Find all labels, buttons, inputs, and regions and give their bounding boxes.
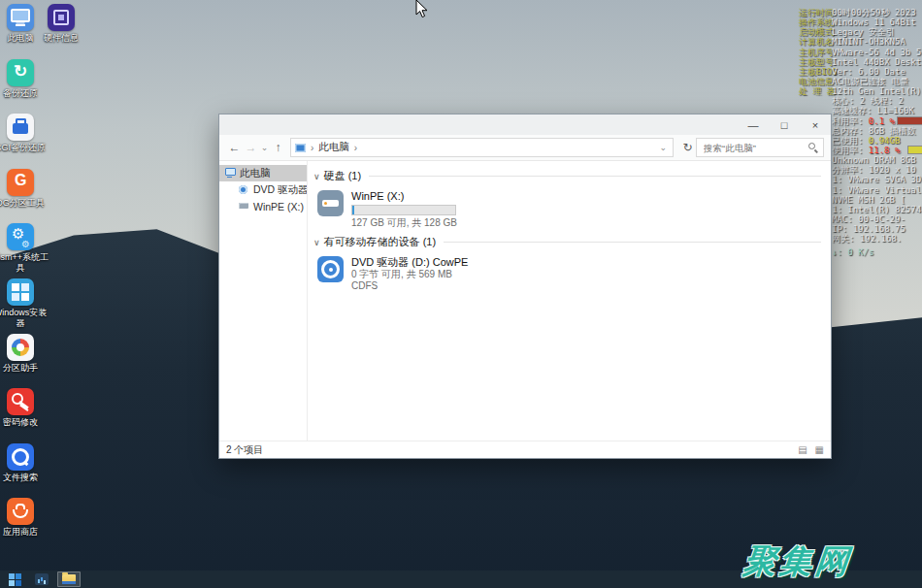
chevron-down-icon[interactable]: ∨ xyxy=(313,172,320,181)
desktop-icon[interactable]: Windows安装器 xyxy=(0,278,41,329)
thumbnail-view-icon[interactable]: ▦ xyxy=(815,444,824,455)
cpu-chip-icon xyxy=(48,4,75,31)
desktop-icon[interactable]: 备份还原 xyxy=(0,59,41,99)
details-view-icon[interactable]: ▤ xyxy=(798,444,807,455)
windows-flag-icon xyxy=(7,278,34,306)
desktop-icon-label: 硬件信息 xyxy=(33,33,89,44)
this-pc-icon xyxy=(295,144,306,152)
drive-filesystem: CDFS xyxy=(351,280,468,292)
search-icon xyxy=(808,143,818,152)
address-dropdown-chevron[interactable]: ⌄ xyxy=(659,143,667,152)
navigation-pane: 此电脑DVD 驱动器 (D:) CWinPE (X:) xyxy=(219,161,308,441)
navigation-toolbar: ← → ⌄ ↑ › 此电脑 › ⌄ ↻ xyxy=(219,135,831,161)
back-button[interactable]: ← xyxy=(226,141,243,154)
sysinfo-line: 计算机名MININT-OH3KN5A xyxy=(799,37,922,47)
start-button[interactable] xyxy=(3,572,26,587)
desktop: 此电脑硬件信息备份还原CGI备份还原DG分区工具Dism++系统工具Window… xyxy=(0,0,922,588)
address-bar[interactable]: › 此电脑 › ⌄ xyxy=(290,138,674,157)
dism-gears-icon xyxy=(7,223,34,250)
drive-name: WinPE (X:) xyxy=(351,190,457,203)
taskbar-app-explorer[interactable] xyxy=(57,572,81,587)
desktop-icon[interactable]: DG分区工具 xyxy=(0,169,41,209)
diskgenius-icon xyxy=(7,169,34,196)
item-count: 2 个项目 xyxy=(226,443,263,457)
desktop-icon-label: CGI备份还原 xyxy=(0,143,49,153)
drive-free-space: 0 字节 可用, 共 569 MB xyxy=(351,269,468,280)
desktop-icon[interactable]: Dism++系统工具 xyxy=(0,223,41,274)
forward-button[interactable]: → xyxy=(243,141,259,154)
breadcrumb-separator: › xyxy=(311,143,313,153)
sysinfo-line: 操作系统Windows 11 64Bit xyxy=(799,17,922,27)
dvd-icon xyxy=(317,256,344,282)
recent-locations-chevron[interactable]: ⌄ xyxy=(259,143,270,152)
desktop-icon[interactable]: 文件搜索 xyxy=(0,443,41,483)
maximize-button[interactable]: □ xyxy=(769,114,800,135)
breadcrumb[interactable]: 此电脑 xyxy=(318,141,349,154)
file-explorer-folder-icon xyxy=(62,574,76,584)
app-store-icon xyxy=(7,498,34,525)
desktop-icon[interactable]: 分区助手 xyxy=(0,334,41,374)
sidebar-item[interactable]: WinPE (X:) xyxy=(219,198,307,214)
up-button[interactable]: ↑ xyxy=(270,141,286,154)
drive-icon xyxy=(239,201,249,212)
minimize-button[interactable]: — xyxy=(738,114,769,135)
desktop-icon[interactable]: 应用商店 xyxy=(0,498,41,538)
desktop-icon-label: 备份还原 xyxy=(0,88,49,99)
file-list-pane: ∨硬盘 (1)WinPE (X:)127 GB 可用, 共 128 GB∨有可移… xyxy=(308,161,831,441)
close-button[interactable]: × xyxy=(800,114,831,135)
desktop-icon-label: DG分区工具 xyxy=(0,198,49,209)
desktop-icon-label: Windows安装器 xyxy=(0,308,49,329)
password-key-icon xyxy=(7,388,34,415)
desktop-icon-label: 文件搜索 xyxy=(0,473,49,483)
sysinfo-line: 电池信息AC电源已连接 电量 xyxy=(799,77,922,86)
desktop-icon-label: 密码修改 xyxy=(0,417,49,428)
desktop-icon[interactable]: CGI备份还原 xyxy=(0,114,41,153)
sysinfo-line: 主板型号Intel 440BX Deskt xyxy=(799,57,922,67)
pc-icon xyxy=(225,168,236,179)
desktop-icon-label: Dism++系统工具 xyxy=(0,252,49,274)
windows-start-icon xyxy=(9,573,21,586)
cgi-briefcase-icon xyxy=(7,114,34,141)
file-explorer-window: — □ × ← → ⌄ ↑ › 此电脑 › ⌄ ↻ 此电脑DVD 驱动器 xyxy=(218,114,832,459)
sysinfo-line: 运行时间00时00分59秒 2023 xyxy=(799,8,922,17)
sysinfo-line: 启动模式Legacy 安全引 xyxy=(799,27,922,37)
file-search-icon xyxy=(7,443,34,471)
watermark: 聚集网 xyxy=(741,539,854,584)
desktop-icon-grid: 此电脑硬件信息备份还原CGI备份还原DG分区工具Dism++系统工具Window… xyxy=(0,4,126,553)
drive-item[interactable]: WinPE (X:)127 GB 可用, 共 128 GB xyxy=(317,190,821,229)
group-title: 硬盘 (1) xyxy=(324,169,362,183)
sidebar-item[interactable]: 此电脑 xyxy=(219,165,307,181)
desktop-icon[interactable]: 密码修改 xyxy=(0,388,41,428)
group-header[interactable]: ∨硬盘 (1) xyxy=(312,169,821,183)
search-input[interactable] xyxy=(702,142,808,154)
sidebar-item-label: WinPE (X:) xyxy=(253,201,304,212)
dvd-icon xyxy=(239,184,249,195)
drive-item[interactable]: DVD 驱动器 (D:) CowPE0 字节 可用, 共 569 MBCDFS xyxy=(317,256,821,292)
sysinfo-line: 处 理 器12th Gen Intel(R) xyxy=(799,86,922,96)
drive-free-space: 127 GB 可用, 共 128 GB xyxy=(351,217,457,229)
desktop-icon[interactable]: 硬件信息 xyxy=(41,4,82,44)
sync-arrows-icon xyxy=(7,59,34,86)
breadcrumb-separator[interactable]: › xyxy=(354,143,357,153)
drive-icon xyxy=(317,190,344,216)
search-box[interactable] xyxy=(696,138,824,157)
sidebar-item-label: 此电脑 xyxy=(240,167,271,180)
partition-ring-icon xyxy=(7,334,34,361)
group-title: 有可移动存储的设备 (1) xyxy=(324,235,437,249)
this-pc-icon xyxy=(7,4,34,31)
status-bar: 2 个项目 ▤ ▦ xyxy=(219,441,831,458)
titlebar[interactable]: — □ × xyxy=(219,114,831,135)
sidebar-item[interactable]: DVD 驱动器 (D:) C xyxy=(219,181,307,198)
sysinfo-line: 核心: 2 线程: 2 xyxy=(799,96,922,106)
chevron-down-icon[interactable]: ∨ xyxy=(313,238,320,247)
desktop-icon-label: 应用商店 xyxy=(0,527,49,538)
drive-capacity-bar xyxy=(351,205,456,215)
mouse-cursor xyxy=(415,0,428,18)
sysinfo-line: 主板BIOSVer: 6.00 Date xyxy=(799,67,922,77)
group-header[interactable]: ∨有可移动存储的设备 (1) xyxy=(312,235,821,249)
refresh-button[interactable]: ↻ xyxy=(679,141,696,154)
sidebar-item-label: DVD 驱动器 (D:) C xyxy=(253,183,307,197)
drive-name: DVD 驱动器 (D:) CowPE xyxy=(351,256,468,269)
sysinfo-line: 主机序号VMware-56 4d 3b 5 xyxy=(799,48,922,57)
taskbar-app-monitor[interactable] xyxy=(30,572,53,587)
